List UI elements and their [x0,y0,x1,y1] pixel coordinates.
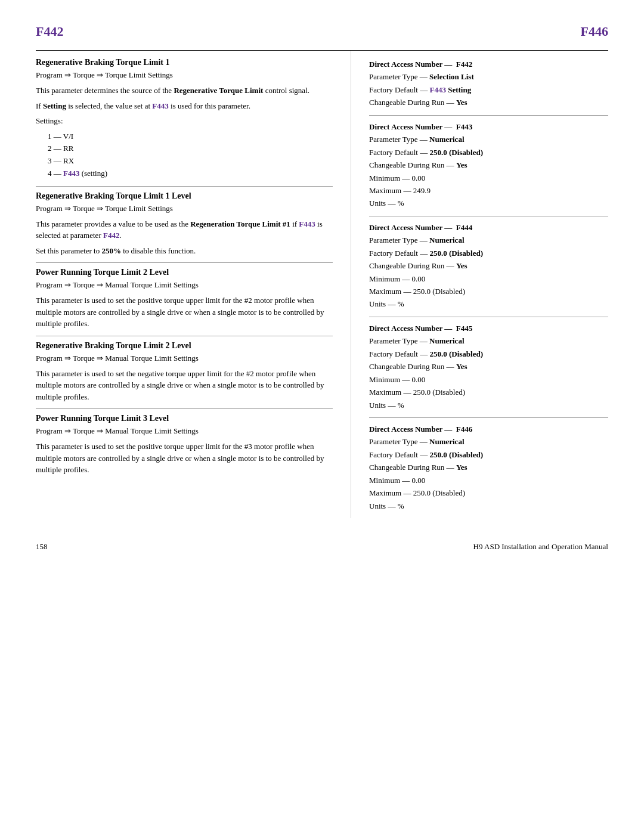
direct-access-row: Direct Access Number — F442 [369,58,608,70]
breadcrumb: Program ⇒ Torque ⇒ Manual Torque Limit S… [36,280,333,290]
section-sec3: Power Running Torque Limit 2 LevelProgra… [36,262,333,330]
changeable-run-row: Changeable During Run — Yes [369,96,608,109]
right-section-divider [369,115,608,116]
section-title: Regenerative Braking Torque Limit 1 [36,58,333,67]
info-block-sec4: Direct Access Number — F445Parameter Typ… [369,317,608,411]
extra-info-row: Minimum — 0.00 [369,272,608,285]
param-type-row: Parameter Type — Numerical [369,335,608,347]
section-title: Regenerative Braking Torque Limit 1 Leve… [36,191,333,201]
settings-list-item: 3 — RX [48,155,333,168]
section-sec5: Power Running Torque Limit 3 LevelProgra… [36,408,333,476]
link-ref[interactable]: F443 [429,85,445,94]
breadcrumb: Program ⇒ Torque ⇒ Manual Torque Limit S… [36,426,333,436]
extra-info-row: Units — % [369,399,608,411]
right-section-divider [369,317,608,317]
header-right: F446 [581,24,608,39]
footer-page-number: 158 [36,542,48,552]
changeable-run-row: Changeable During Run — Yes [369,360,608,373]
settings-list: 1 — V/I2 — RR3 — RX4 — F443 (setting) [36,131,333,180]
link-ref[interactable]: F443 [63,169,79,178]
header-left: F442 [36,24,63,39]
link-ref[interactable]: F442 [103,231,119,240]
right-section-divider [369,417,608,418]
right-column: Direct Access Number — F442Parameter Typ… [351,51,608,518]
direct-access-row: Direct Access Number — F445 [369,322,608,335]
section-divider [36,408,333,409]
factory-default-row: Factory Default — 250.0 (Disabled) [369,146,608,159]
section-title: Regenerative Braking Torque Limit 2 Leve… [36,341,333,351]
extra-info-row: Maximum — 250.0 (Disabled) [369,285,608,298]
changeable-run-row: Changeable During Run — Yes [369,461,608,473]
section-divider [36,186,333,187]
link-ref[interactable]: F443 [299,219,315,228]
extra-info-row: Minimum — 0.00 [369,172,608,184]
page-header: F442 F446 [36,24,608,39]
section-title: Power Running Torque Limit 3 Level [36,414,333,423]
changeable-run-row: Changeable During Run — Yes [369,259,608,272]
body-paragraph-0: This parameter provides a value to be us… [36,218,333,241]
extra-info-row: Minimum — 0.00 [369,373,608,386]
settings-list-item: 4 — F443 (setting) [48,168,333,180]
right-section-divider [369,216,608,216]
section-divider [36,336,333,336]
param-type-row: Parameter Type — Numerical [369,435,608,448]
breadcrumb: Program ⇒ Torque ⇒ Torque Limit Settings [36,70,333,80]
extra-info-row: Units — % [369,298,608,310]
left-column: Regenerative Braking Torque Limit 1Progr… [36,51,351,518]
footer-manual-title: H9 ASD Installation and Operation Manual [473,542,608,552]
body-paragraph-2: Settings: [36,115,333,127]
direct-access-row: Direct Access Number — F446 [369,423,608,435]
extra-info-row: Units — % [369,500,608,512]
direct-access-row: Direct Access Number — F443 [369,120,608,133]
breadcrumb: Program ⇒ Torque ⇒ Manual Torque Limit S… [36,354,333,363]
section-title: Power Running Torque Limit 2 Level [36,268,333,277]
info-block-sec3: Direct Access Number — F444Parameter Typ… [369,216,608,311]
factory-default-row: Factory Default — 250.0 (Disabled) [369,448,608,461]
changeable-run-row: Changeable During Run — Yes [369,159,608,171]
body-paragraph-0: This parameter is used to set the positi… [36,441,333,476]
factory-default-row: Factory Default — 250.0 (Disabled) [369,247,608,259]
param-type-row: Parameter Type — Numerical [369,133,608,145]
settings-list-item: 2 — RR [48,143,333,155]
body-paragraph-0: This parameter is used to set the positi… [36,295,333,330]
settings-list-item: 1 — V/I [48,131,333,143]
body-paragraph-0: This parameter determines the source of … [36,85,333,97]
section-sec4: Regenerative Braking Torque Limit 2 Leve… [36,336,333,403]
extra-info-row: Maximum — 250.0 (Disabled) [369,487,608,499]
body-paragraph-1: If Setting is selected, the value set at… [36,100,333,112]
section-divider [36,262,333,263]
info-block-sec2: Direct Access Number — F443Parameter Typ… [369,115,608,210]
extra-info-row: Maximum — 250.0 (Disabled) [369,386,608,398]
body-paragraph-1: Set this parameter to 250% to disable th… [36,245,333,257]
content-area: Regenerative Braking Torque Limit 1Progr… [36,51,608,518]
extra-info-row: Maximum — 249.9 [369,184,608,197]
info-block-sec1: Direct Access Number — F442Parameter Typ… [369,58,608,109]
factory-default-row: Factory Default — 250.0 (Disabled) [369,348,608,360]
direct-access-row: Direct Access Number — F444 [369,221,608,234]
extra-info-row: Units — % [369,197,608,209]
extra-info-row: Minimum — 0.00 [369,474,608,487]
breadcrumb: Program ⇒ Torque ⇒ Torque Limit Settings [36,204,333,213]
factory-default-row: Factory Default — F443 Setting [369,83,608,96]
section-sec1: Regenerative Braking Torque Limit 1Progr… [36,58,333,180]
param-type-row: Parameter Type — Selection List [369,70,608,83]
page-footer: 158 H9 ASD Installation and Operation Ma… [36,542,608,552]
param-type-row: Parameter Type — Numerical [369,234,608,246]
link-ref[interactable]: F443 [152,101,168,110]
section-sec2: Regenerative Braking Torque Limit 1 Leve… [36,186,333,257]
info-block-sec5: Direct Access Number — F446Parameter Typ… [369,417,608,512]
body-paragraph-0: This parameter is used to set the negati… [36,368,333,403]
